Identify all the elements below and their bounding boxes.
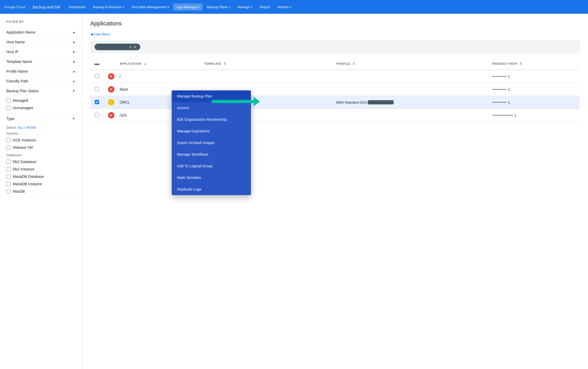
app-layout: FILTER BY Application Name ▶ Host Name ▶… <box>0 14 588 369</box>
table-row-selected: ! ORCL NonProduction - Oracle Ba... BMS-… <box>90 96 580 109</box>
db2-instance-checkbox[interactable] <box>6 167 11 171</box>
filter-profile-name[interactable]: Profile Name ▶ <box>0 67 82 76</box>
template-header[interactable]: TEMPLATE ⇅ <box>200 58 332 70</box>
context-menu-item-access[interactable]: Access <box>172 102 251 114</box>
row-checkbox-cell[interactable] <box>90 70 104 83</box>
row-checkbox-cell[interactable] <box>90 109 104 122</box>
filter-application-name[interactable]: Application Name ▶ <box>0 27 82 37</box>
friendly-path-header[interactable]: FRIENDLY PATH ⇅ <box>488 58 580 70</box>
context-menu-item-manage-expirations[interactable]: Manage Expirations <box>172 125 251 137</box>
select-none-link[interactable]: NONE <box>26 126 36 130</box>
maxdb-checkbox[interactable] <box>6 189 11 193</box>
applications-table-container: ▬ APPLICATION ▲ TEMPLATE ⇅ PROFILE <box>90 58 580 122</box>
app-name: / <box>120 74 121 79</box>
mariadb-instance-checkbox[interactable] <box>6 182 11 186</box>
profile-cell <box>332 109 488 122</box>
chevron-right-icon: ▶ <box>73 50 75 53</box>
context-menu-item-manage-backup-plan[interactable]: Manage Backup Plan <box>172 90 251 102</box>
backup-plan-status-options: Managed Unmanaged <box>0 96 82 114</box>
managed-checkbox[interactable] <box>6 98 11 103</box>
vmware-vm-checkbox[interactable] <box>6 145 11 150</box>
path-mask <box>492 115 513 116</box>
path-mask <box>492 102 507 103</box>
db2-database-checkbox[interactable] <box>6 160 11 164</box>
context-menu-item-edit-org[interactable]: Edit Organization Membership <box>172 114 251 125</box>
select-all-header[interactable]: ▬ <box>90 58 104 70</box>
sort-icon: ⇅ <box>352 62 355 66</box>
chip-close-icon[interactable]: ✕ <box>133 45 137 49</box>
nav-backup-plans[interactable]: Backup Plans ▾ <box>204 3 234 11</box>
gce-instance-checkbox[interactable] <box>6 138 11 142</box>
friendly-path: 1 <box>492 75 575 79</box>
app-name: /boot <box>120 87 128 91</box>
profile-header[interactable]: PROFILE ⇅ <box>332 58 488 70</box>
friendly-path: 1 <box>492 87 575 91</box>
row-checkbox-cell[interactable] <box>90 83 104 96</box>
google-cloud-label: Google Cloud <box>4 5 25 9</box>
context-menu-item-manage-workflows[interactable]: Manage Workflows <box>172 149 251 160</box>
application-header[interactable]: APPLICATION ▲ <box>115 58 200 70</box>
managed-label: Managed <box>13 98 28 103</box>
error-icon: ✕ <box>108 112 114 118</box>
nav-dashboard[interactable]: Dashboard <box>66 3 89 11</box>
context-menu-item-mark-sensitive[interactable]: Mark Sensitive <box>172 172 251 183</box>
product-label: Backup and DR <box>32 5 60 9</box>
mariadb-database-checkbox[interactable] <box>6 174 11 179</box>
table-row: ✕ /u01 1 <box>90 109 580 122</box>
path-number: 1 <box>508 87 510 91</box>
filter-friendly-path[interactable]: Friendly Path ▶ <box>0 76 82 86</box>
row-checkbox[interactable] <box>95 74 99 78</box>
hide-filters-link[interactable]: ◀ Hide filters <box>90 32 580 36</box>
nav-report[interactable]: Report <box>257 3 273 11</box>
chevron-right-icon: ▶ <box>73 41 75 44</box>
nav-app-manager[interactable]: App Manager ▾ <box>173 3 203 11</box>
chevron-right-icon: ▶ <box>73 70 75 73</box>
db2-database-label: Db2 Database <box>13 160 36 164</box>
chevron-down-icon: ▾ <box>251 6 253 8</box>
nav-manage[interactable]: Manage ▾ <box>235 3 256 11</box>
context-menu: Manage Backup Plan Access Edit Organizat… <box>172 90 251 195</box>
unmanaged-checkbox[interactable] <box>6 106 11 110</box>
nav-test-data-management[interactable]: Test Data Management ▾ <box>128 3 172 11</box>
chip-value: 1 <box>129 45 131 49</box>
chevron-down-icon: ▾ <box>168 6 169 8</box>
application-cell: / <box>115 70 200 83</box>
chevron-right-icon: ▶ <box>73 31 75 34</box>
chevron-down-icon: ▾ <box>198 6 199 8</box>
chevron-right-icon: ▶ <box>73 60 75 63</box>
filter-host-name[interactable]: Host Name ▶ <box>0 37 82 47</box>
chip-mask: ████████ <box>98 45 128 49</box>
filter-template-name[interactable]: Template Name ▶ <box>0 57 82 67</box>
nav-monitor[interactable]: Monitor ▾ <box>274 3 295 11</box>
top-navigation: Google Cloud | Backup and DR Dashboard B… <box>0 0 588 14</box>
friendly-path: 1 <box>492 100 575 104</box>
select-all-link[interactable]: ALL <box>18 126 24 130</box>
row-checkbox[interactable] <box>95 100 99 104</box>
row-checkbox-cell[interactable] <box>90 96 104 109</box>
maxdb-label: MaxDB <box>13 189 25 193</box>
path-mask <box>492 76 507 77</box>
row-checkbox[interactable] <box>95 87 99 91</box>
row-checkbox[interactable] <box>95 113 99 117</box>
databases-group-label: Databases <box>6 153 75 157</box>
context-menu-item-add-logical-group[interactable]: Add To Logical Group <box>172 160 251 172</box>
filter-managed: Managed <box>6 97 75 104</box>
applications-table: ▬ APPLICATION ▲ TEMPLATE ⇅ PROFILE <box>90 58 580 122</box>
filter-backup-plan-status-header[interactable]: Backup Plan Status ▼ <box>0 86 82 96</box>
status-cell: ! <box>104 96 115 109</box>
filter-maxdb: MaxDB <box>6 188 75 195</box>
context-menu-item-import-onvault[interactable]: Import OnVault Images <box>172 137 251 149</box>
filter-host-ip[interactable]: Host IP ▶ <box>0 47 82 57</box>
filter-unmanaged: Unmanaged <box>6 104 75 112</box>
chevron-right-icon: ▶ <box>73 80 75 83</box>
filter-backup-plan-status-section: Backup Plan Status ▼ Managed Unmanaged <box>0 86 82 114</box>
gce-instance-label: GCE Instance <box>13 138 36 142</box>
chevron-down-icon: ▼ <box>72 89 75 93</box>
filter-type-header[interactable]: Type ▼ <box>0 114 82 123</box>
template-cell <box>200 70 332 83</box>
nav-backup-recover[interactable]: Backup & Recover ▾ <box>90 3 127 11</box>
filter-chip: ████████ 1 ✕ <box>95 44 140 50</box>
profile-badge: BMS-Standard-GCS ██████████ <box>336 100 394 104</box>
unmanaged-label: Unmanaged <box>13 106 33 110</box>
context-menu-item-replicate-logs[interactable]: Replicate Logs <box>172 183 251 195</box>
